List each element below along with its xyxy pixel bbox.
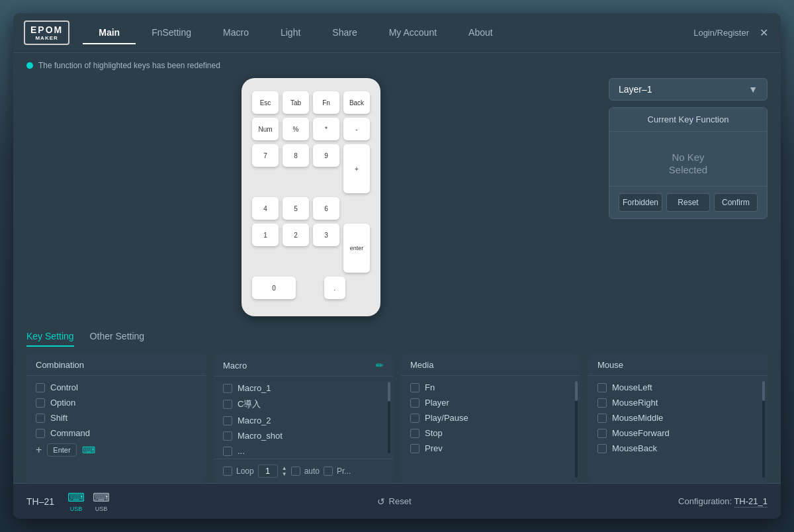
loop-input[interactable] — [258, 465, 278, 478]
pr-checkbox[interactable] — [324, 466, 333, 476]
key-8[interactable]: 8 — [283, 144, 309, 167]
macro-item-2: C導入 — [223, 398, 376, 410]
macro-2-checkbox[interactable] — [223, 400, 232, 409]
mouse-left-checkbox[interactable] — [597, 383, 607, 392]
enter-key-button[interactable]: Enter — [47, 443, 76, 457]
tab-share[interactable]: Share — [316, 22, 373, 44]
media-stop-checkbox[interactable] — [410, 429, 419, 438]
tab-main[interactable]: Main — [83, 22, 136, 44]
info-bar: The function of highlighted keys has bee… — [26, 61, 768, 70]
key-multiply[interactable]: * — [313, 118, 339, 140]
mouse-scroll-wrap: MouseLeft MouseRight MouseMiddle Mo — [588, 376, 768, 483]
media-prev-checkbox[interactable] — [410, 444, 419, 453]
mouse-back-checkbox[interactable] — [597, 444, 607, 453]
key-function-body: No Key Selected — [609, 132, 767, 186]
footer-reset-button[interactable]: ↺ Reset — [377, 496, 412, 507]
media-title: Media — [410, 360, 433, 370]
macro-5-label: ... — [238, 446, 245, 456]
media-header: Media — [401, 353, 580, 376]
mouse-right-checkbox[interactable] — [597, 398, 607, 408]
key-esc[interactable]: Esc — [252, 91, 279, 114]
mouse-middle-checkbox[interactable] — [597, 414, 607, 423]
keyboard-panel-row: Esc Tab Fn Back Num % * - 7 — [26, 78, 768, 316]
close-button[interactable]: ✕ — [757, 26, 770, 40]
login-register-button[interactable]: Login/Register — [693, 28, 749, 38]
media-scrollbar[interactable] — [575, 381, 578, 478]
control-checkbox[interactable] — [36, 383, 45, 392]
media-player-checkbox[interactable] — [410, 398, 419, 408]
macro-edit-icon[interactable]: ✏ — [376, 360, 384, 371]
macro-scrollbar[interactable] — [388, 382, 390, 453]
key-6[interactable]: 6 — [313, 197, 339, 220]
app-logo: EPOΜ MAKER — [24, 21, 69, 45]
key-5[interactable]: 5 — [283, 197, 309, 220]
reset-label: Reset — [389, 496, 412, 506]
tab-about[interactable]: About — [453, 22, 509, 44]
key-3[interactable]: 3 — [313, 224, 339, 246]
key-2[interactable]: 2 — [283, 224, 309, 246]
layer-dropdown-icon: ▼ — [748, 84, 758, 95]
layer-select[interactable]: Layer–1 ▼ — [609, 78, 768, 101]
numpad-row-5: 1 2 3 enter — [252, 224, 370, 273]
tab-macro[interactable]: Macro — [207, 22, 265, 44]
config-value: TH-21_1 — [734, 496, 768, 508]
loop-checkbox[interactable] — [223, 466, 232, 476]
right-panel: Layer–1 ▼ Current Key Function No Key Se… — [609, 78, 768, 219]
macro-3-checkbox[interactable] — [223, 416, 232, 425]
key-fn[interactable]: Fn — [313, 91, 339, 114]
combination-header: Combination — [26, 353, 206, 376]
mouse-left-label: MouseLeft — [612, 382, 750, 392]
command-checkbox[interactable] — [36, 429, 45, 438]
macro-5-checkbox[interactable] — [223, 447, 232, 456]
key-plus[interactable]: + — [343, 144, 370, 193]
key-tab[interactable]: Tab — [283, 91, 309, 114]
auto-checkbox[interactable] — [291, 466, 300, 476]
numpad-keyboard: Esc Tab Fn Back Num % * - 7 — [242, 78, 380, 316]
loop-stepper[interactable]: ▲▼ — [282, 466, 287, 477]
media-fn-checkbox[interactable] — [410, 383, 419, 392]
key-9[interactable]: 9 — [313, 144, 339, 167]
macro-4-checkbox[interactable] — [223, 431, 232, 441]
macro-4-label: Macro_shot — [238, 431, 283, 441]
mouse-item-middle: MouseMiddle — [597, 413, 750, 423]
no-key-line1: No Key — [672, 152, 704, 163]
mouse-forward-checkbox[interactable] — [597, 429, 607, 438]
media-item-stop: Stop — [410, 428, 563, 438]
key-4[interactable]: 4 — [252, 197, 279, 220]
media-playpause-checkbox[interactable] — [410, 414, 419, 423]
option-checkbox[interactable] — [36, 398, 45, 408]
key-1[interactable]: 1 — [252, 224, 279, 246]
keyboard-icon[interactable]: ⌨ — [82, 445, 95, 455]
mouse-middle-label: MouseMiddle — [612, 413, 750, 423]
macro-1-checkbox[interactable] — [223, 384, 232, 393]
combo-row-shift: Shift — [36, 413, 197, 423]
shift-checkbox[interactable] — [36, 414, 45, 423]
reset-icon: ↺ — [377, 496, 385, 507]
key-enter[interactable]: enter — [343, 224, 370, 273]
reset-key-button[interactable]: Reset — [666, 193, 710, 212]
numpad-row-4: 4 5 6 — [252, 197, 370, 220]
combination-panel: Combination Control Option Shift — [26, 353, 206, 483]
media-stop-label: Stop — [425, 428, 563, 438]
setting-panels: Combination Control Option Shift — [26, 353, 768, 483]
key-percent[interactable]: % — [283, 118, 309, 140]
key-minus[interactable]: - — [343, 118, 370, 140]
tab-other-setting[interactable]: Other Setting — [90, 327, 145, 347]
tab-key-setting[interactable]: Key Setting — [26, 327, 74, 347]
forbidden-button[interactable]: Forbidden — [619, 193, 662, 212]
info-dot-icon — [26, 62, 33, 69]
tab-light[interactable]: Light — [265, 22, 316, 44]
key-back[interactable]: Back — [343, 91, 370, 114]
media-body: Fn Player Play/Pause Stop — [401, 376, 572, 483]
key-dot[interactable]: . — [324, 277, 345, 299]
key-num[interactable]: Num — [252, 118, 279, 140]
mouse-right-label: MouseRight — [612, 398, 750, 408]
tab-myaccount[interactable]: My Account — [373, 22, 453, 44]
mouse-item-right: MouseRight — [597, 398, 750, 408]
key-7[interactable]: 7 — [252, 144, 279, 167]
confirm-button[interactable]: Confirm — [714, 193, 758, 212]
mouse-scrollbar[interactable] — [762, 381, 765, 478]
key-0[interactable]: 0 — [252, 277, 296, 299]
bottom-tabs: Key Setting Other Setting — [26, 327, 768, 347]
tab-fnsetting[interactable]: FnSetting — [136, 22, 207, 44]
